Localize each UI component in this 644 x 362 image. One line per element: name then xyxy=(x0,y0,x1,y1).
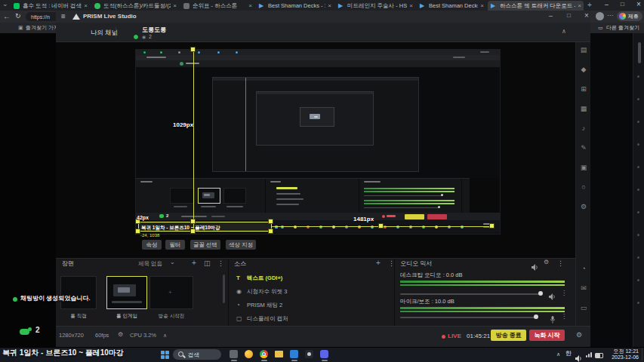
blue-app-icon[interactable] xyxy=(290,350,298,358)
browser-tab[interactable]: 흡수 도적 : 네이버 검색 × xyxy=(11,1,90,11)
header-collapse-icon[interactable]: ∧ xyxy=(562,29,566,35)
volume-slider-track[interactable] xyxy=(400,293,541,295)
start-record-button[interactable]: 녹화 시작 xyxy=(529,330,565,341)
source-item[interactable]: PRISM 채팅 2 xyxy=(247,302,282,308)
scrollbar-thumb[interactable] xyxy=(638,42,641,63)
show-desktop-edge[interactable] xyxy=(642,348,642,361)
color-select-button[interactable]: 색상 지정 xyxy=(226,240,256,250)
source-item[interactable]: 시청자수 위젯 3 xyxy=(247,289,287,295)
prism-maximize-icon[interactable]: □ xyxy=(567,13,571,19)
volume-slider-knob[interactable] xyxy=(534,314,538,319)
weather-app-icon[interactable] xyxy=(245,350,253,358)
scene-label[interactable]: 롤 인게임 xyxy=(105,314,149,319)
add-scene-icon[interactable]: + xyxy=(192,259,196,267)
other-bookmarks-label[interactable]: 다른 즐겨찾기 xyxy=(606,25,639,30)
volume-slider-knob[interactable] xyxy=(538,291,543,296)
end-stream-button[interactable]: 방송 종료 xyxy=(491,330,526,341)
dock-icon[interactable]: ✉ xyxy=(578,285,590,292)
dropdown-chevron-icon[interactable]: ⌄ xyxy=(170,259,175,265)
discord-app-icon[interactable] xyxy=(320,350,328,358)
clock-date[interactable]: 2023-12-06 xyxy=(605,354,639,360)
source-item-selected[interactable]: 텍스트 (GDI+) xyxy=(247,275,282,281)
chat-widget-count[interactable]: 2 xyxy=(35,327,40,334)
mixer-speaker-icon[interactable] xyxy=(532,260,539,274)
browser-tab[interactable]: 도적(하스스톤)/카드들정/(2019년 × xyxy=(91,1,179,11)
selection-vertical-guide[interactable] xyxy=(193,50,194,232)
scene-thumbnail-selected[interactable] xyxy=(106,276,147,309)
browser-maximize-icon[interactable]: □ xyxy=(621,2,624,8)
scene-thumbnail[interactable]: + xyxy=(149,276,193,309)
browser-tab[interactable]: ▶ Best Shaman Decks - 12월 2025 × xyxy=(417,1,486,11)
tray-expand-icon[interactable]: ∧ xyxy=(556,351,560,357)
dock-icon[interactable]: ♪ xyxy=(578,125,590,132)
scenes-more-icon[interactable]: ⋮ xyxy=(217,260,224,267)
browser-tab[interactable]: ▶ Best Shaman Decks - 12월 2025 - × xyxy=(256,1,334,11)
dock-icon[interactable]: ◔ xyxy=(578,265,590,272)
scene-collection-dropdown[interactable]: 제목 없음 xyxy=(138,261,162,267)
source-item[interactable]: 디스플레이 캡처 xyxy=(247,316,288,322)
menu-icon[interactable]: ≡ xyxy=(61,13,66,20)
prism-close-icon[interactable]: × xyxy=(584,12,589,20)
back-icon[interactable]: ← xyxy=(3,13,11,20)
status-collapse-icon[interactable]: ∧ xyxy=(163,333,167,338)
scene-label[interactable]: 방송 시작전 xyxy=(148,314,195,319)
browser-more-icon[interactable]: ⋯ xyxy=(607,13,613,19)
status-settings-icon[interactable]: ⚙ xyxy=(118,332,123,338)
new-tab-icon[interactable]: + xyxy=(587,2,592,9)
duplicate-scene-icon[interactable]: ◫ xyxy=(204,260,211,267)
tab-close-icon[interactable]: × xyxy=(409,3,413,9)
selection-handle[interactable] xyxy=(191,229,195,233)
tab-close-icon[interactable]: × xyxy=(248,3,252,9)
tab-close-icon[interactable]: × xyxy=(328,3,331,9)
mic-icon[interactable] xyxy=(550,313,556,327)
browser-close-icon[interactable]: × xyxy=(636,1,641,8)
dock-icon[interactable]: ▦ xyxy=(578,106,590,112)
taskbar-app-icon[interactable] xyxy=(230,350,238,358)
tab-close-icon[interactable]: × xyxy=(173,3,177,9)
channel-more-icon[interactable]: ⋮ xyxy=(561,314,567,320)
tab-close-icon[interactable]: × xyxy=(84,3,88,9)
scene-label[interactable]: 롤 직캠 xyxy=(59,314,98,319)
ime-indicator[interactable]: 한 xyxy=(565,351,572,357)
clock-time[interactable]: 오전 12:21 xyxy=(605,348,639,354)
scenes-scrollbar[interactable] xyxy=(223,275,225,303)
selection-handle[interactable] xyxy=(269,229,273,233)
dock-icon[interactable]: ○ xyxy=(578,184,590,191)
dock-icon[interactable]: ⚙ xyxy=(578,204,590,210)
selection-handle[interactable] xyxy=(269,219,273,223)
profile-avatar[interactable] xyxy=(596,12,604,20)
selection-handle[interactable] xyxy=(379,224,383,228)
selection-handle[interactable] xyxy=(191,48,195,51)
channel-more-icon[interactable]: ⋮ xyxy=(561,290,567,296)
dock-icon[interactable]: ✎ xyxy=(578,145,590,152)
prism-minimize-icon[interactable]: – xyxy=(549,13,553,20)
browser-tab-active[interactable]: ▶ 하스스톤 덱 트래커 다운로드 - H... × xyxy=(488,1,584,11)
dock-icon[interactable]: ◆ xyxy=(578,66,590,73)
folder-app-icon[interactable] xyxy=(275,351,283,357)
font-select-button[interactable]: 글꼴 선택 xyxy=(190,240,220,250)
tab-close-icon[interactable]: × xyxy=(480,3,484,9)
selection-handle[interactable] xyxy=(490,224,494,228)
scene-thumbnail[interactable] xyxy=(60,276,97,309)
mixer-more-icon[interactable]: ⋮ xyxy=(557,260,564,267)
refresh-icon[interactable]: ↻ xyxy=(15,13,21,20)
dock-icon[interactable]: ▣ xyxy=(578,164,590,171)
volume-slider-track[interactable] xyxy=(400,317,536,318)
selected-text-source-box[interactable]: 복귀 1일차 - 브론즈10 ~ 플레10마강 xyxy=(138,222,272,232)
dock-icon[interactable]: ⊞ xyxy=(578,86,590,93)
dock-icon[interactable]: ▭ xyxy=(578,305,590,311)
browser-tab[interactable]: 순위표 - 하스스톤 × xyxy=(180,1,254,11)
start-button[interactable] xyxy=(161,351,169,359)
browser-tab[interactable]: ▶ 미드레인지 주술사 - HSReplay.net × xyxy=(335,1,415,11)
mixer-settings-icon[interactable]: ⚙ xyxy=(544,259,549,265)
battery-tray-icon[interactable] xyxy=(595,353,603,358)
volume-tray-icon[interactable] xyxy=(575,351,583,362)
tab-close-icon[interactable]: × xyxy=(578,3,581,9)
tab-my-channel[interactable]: 나의 채널 xyxy=(91,29,118,36)
channel-speaker-icon[interactable] xyxy=(549,290,556,303)
selection-handle[interactable] xyxy=(191,219,195,223)
add-source-icon[interactable]: + xyxy=(376,259,381,267)
selection-handle[interactable] xyxy=(136,229,140,233)
filter-button[interactable]: 필터 xyxy=(165,240,185,250)
dock-icon[interactable]: ▤ xyxy=(578,47,590,54)
